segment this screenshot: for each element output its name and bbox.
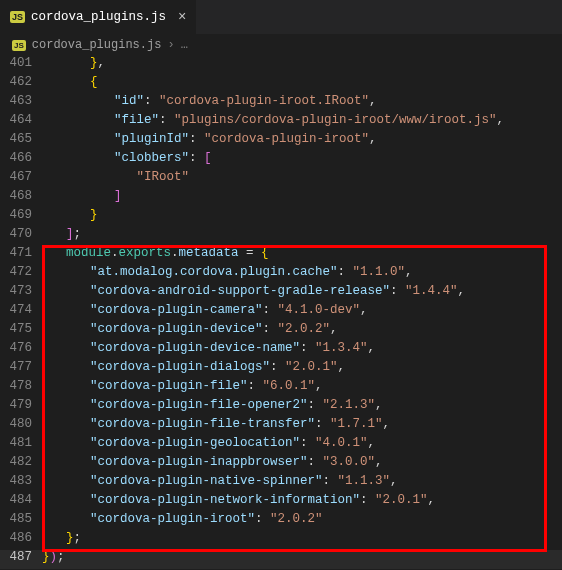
close-icon[interactable]: × [178,10,186,24]
code-line: 478"cordova-plugin-file": "6.0.1", [0,379,562,398]
code-line: 476"cordova-plugin-device-name": "1.3.4"… [0,341,562,360]
code-line: 484"cordova-plugin-network-information":… [0,493,562,512]
code-line: 477"cordova-plugin-dialogs": "2.0.1", [0,360,562,379]
code-line: 481"cordova-plugin-geolocation": "4.0.1"… [0,436,562,455]
code-line: 473"cordova-android-support-gradle-relea… [0,284,562,303]
code-line: 471module.exports.metadata = { [0,246,562,265]
code-line: 480"cordova-plugin-file-transfer": "1.7.… [0,417,562,436]
code-line: 479"cordova-plugin-file-opener2": "2.1.3… [0,398,562,417]
breadcrumb-file: cordova_plugins.js [32,38,162,52]
code-line: 463"id": "cordova-plugin-iroot.IRoot", [0,94,562,113]
code-line: 482"cordova-plugin-inappbrowser": "3.0.0… [0,455,562,474]
code-line: 467 "IRoot" [0,170,562,189]
js-icon: JS [10,11,25,23]
js-icon: JS [12,40,26,51]
code-line: 468] [0,189,562,208]
tab-bar: JS cordova_plugins.js × [0,0,562,34]
tab-title: cordova_plugins.js [31,10,166,24]
code-editor[interactable]: 401}, 462{ 463"id": "cordova-plugin-iroo… [0,56,562,569]
code-line: 462{ [0,75,562,94]
code-line: 485"cordova-plugin-iroot": "2.0.2" [0,512,562,531]
code-line: 464"file": "plugins/cordova-plugin-iroot… [0,113,562,132]
code-line: 401}, [0,56,562,75]
code-line: 469} [0,208,562,227]
code-line: 483"cordova-plugin-native-spinner": "1.1… [0,474,562,493]
breadcrumb-more: … [181,38,188,52]
code-line: 475"cordova-plugin-device": "2.0.2", [0,322,562,341]
breadcrumb[interactable]: JS cordova_plugins.js › … [0,34,562,56]
code-line: 474"cordova-plugin-camera": "4.1.0-dev", [0,303,562,322]
chevron-right-icon: › [167,38,174,52]
code-line: 486}; [0,531,562,550]
code-line: 472"at.modalog.cordova.plugin.cache": "1… [0,265,562,284]
code-line: 466"clobbers": [ [0,151,562,170]
code-line: 465"pluginId": "cordova-plugin-iroot", [0,132,562,151]
tab-cordova-plugins[interactable]: JS cordova_plugins.js × [0,0,197,34]
code-line: 470]; [0,227,562,246]
code-line: 487}); [0,550,562,569]
